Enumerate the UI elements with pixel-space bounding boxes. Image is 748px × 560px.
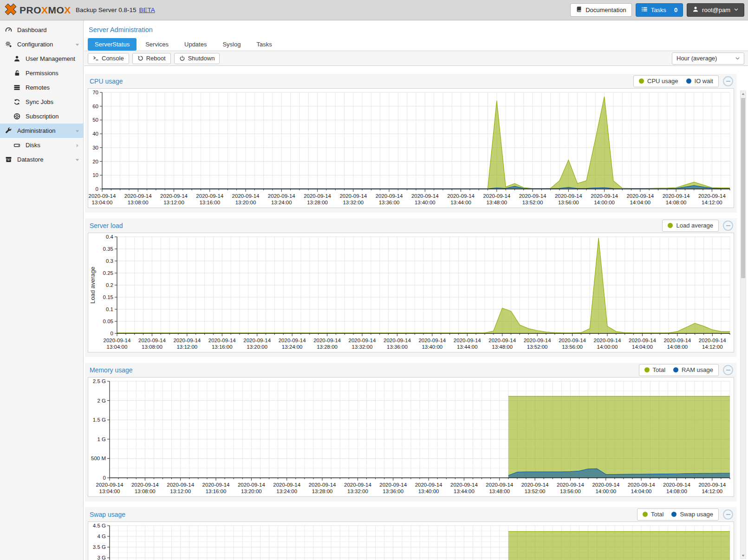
sidebar-item-datastore[interactable]: Datastore xyxy=(0,152,83,167)
server-load-chart-svg: 00.050.10.150.20.250.30.350.42020-09-141… xyxy=(88,233,734,351)
swap-usage-panel: Swap usageTotalSwap usage0500 M1 G1.5 G2… xyxy=(85,507,737,560)
svg-text:2020-09-14: 2020-09-14 xyxy=(167,482,194,488)
server-load-collapse-button[interactable] xyxy=(723,221,733,231)
svg-text:2020-09-14: 2020-09-14 xyxy=(663,193,690,199)
svg-text:3.5 G: 3.5 G xyxy=(93,544,106,550)
svg-text:2020-09-14: 2020-09-14 xyxy=(559,338,586,343)
svg-text:14:00:00: 14:00:00 xyxy=(595,488,616,494)
svg-text:13:52:00: 13:52:00 xyxy=(522,200,543,205)
svg-text:13:36:00: 13:36:00 xyxy=(387,344,408,350)
svg-text:2020-09-14: 2020-09-14 xyxy=(699,338,726,343)
swap-usage-chart-svg: 0500 M1 G1.5 G2 G2.5 G3 G3.5 G4 G4.5 G20… xyxy=(88,522,734,560)
expander-down-icon[interactable] xyxy=(75,42,80,49)
legend-item-total[interactable]: Total xyxy=(644,366,665,373)
scroll-down-arrow[interactable] xyxy=(741,553,746,559)
tab-services[interactable]: Services xyxy=(138,38,176,51)
sidebar-item-dashboard[interactable]: Dashboard xyxy=(0,23,83,37)
reboot-icon xyxy=(137,55,143,61)
svg-text:14:12:00: 14:12:00 xyxy=(702,200,722,205)
svg-text:50: 50 xyxy=(92,117,98,123)
svg-text:2020-09-14: 2020-09-14 xyxy=(663,338,691,343)
svg-text:13:16:00: 13:16:00 xyxy=(206,488,227,494)
svg-text:2020-09-14: 2020-09-14 xyxy=(483,193,510,199)
svg-text:2020-09-14: 2020-09-14 xyxy=(344,482,371,488)
hdd-icon xyxy=(13,142,21,149)
time-range-select[interactable]: Hour (average) xyxy=(672,52,744,65)
datastore-icon xyxy=(5,156,13,163)
chevron-down-icon xyxy=(734,7,739,13)
memory-usage-collapse-button[interactable] xyxy=(723,365,733,375)
server-load-panel-header: Server loadLoad average xyxy=(85,218,737,233)
svg-text:2020-09-14: 2020-09-14 xyxy=(173,338,201,343)
green-series-dot-icon xyxy=(639,78,644,84)
svg-text:2020-09-14: 2020-09-14 xyxy=(592,482,619,488)
sidebar-item-user-management[interactable]: User Management xyxy=(0,52,83,66)
expander-down-icon[interactable] xyxy=(75,157,80,164)
svg-text:2020-09-14: 2020-09-14 xyxy=(138,338,166,343)
user-menu-button[interactable]: root@pam xyxy=(687,3,744,17)
beta-link[interactable]: BETA xyxy=(139,7,155,13)
legend-item-ram-usage[interactable]: RAM usage xyxy=(673,366,713,373)
svg-text:13:16:00: 13:16:00 xyxy=(212,344,233,350)
sidebar-item-configuration[interactable]: Configuration xyxy=(0,37,83,52)
svg-text:14:00:00: 14:00:00 xyxy=(594,200,615,205)
svg-text:500 M: 500 M xyxy=(91,456,106,461)
shutdown-button[interactable]: Shutdown xyxy=(174,53,220,64)
sidebar-item-disks[interactable]: Disks xyxy=(0,138,83,152)
sidebar-item-subscription[interactable]: Subscription xyxy=(0,109,83,124)
svg-text:13:08:00: 13:08:00 xyxy=(135,488,156,494)
vertical-scrollbar[interactable] xyxy=(740,91,746,559)
life-ring-icon xyxy=(13,113,21,120)
svg-text:13:52:00: 13:52:00 xyxy=(527,344,548,350)
svg-text:0.35: 0.35 xyxy=(103,246,113,252)
tasks-button[interactable]: Tasks 0 xyxy=(636,3,683,17)
svg-text:4.5 G: 4.5 G xyxy=(93,523,106,528)
svg-text:13:40:00: 13:40:00 xyxy=(415,200,436,205)
legend-item-cpu-usage[interactable]: CPU usage xyxy=(639,78,678,85)
cpu-usage-collapse-button[interactable] xyxy=(723,76,733,86)
legend-item-io-wait[interactable]: IO wait xyxy=(686,78,713,85)
tab-syslog[interactable]: Syslog xyxy=(215,38,247,51)
tab-tasks[interactable]: Tasks xyxy=(249,38,279,51)
svg-text:13:32:00: 13:32:00 xyxy=(347,488,368,494)
svg-text:2020-09-14: 2020-09-14 xyxy=(313,338,341,343)
svg-text:2020-09-14: 2020-09-14 xyxy=(626,193,654,199)
terminal-icon xyxy=(93,55,99,61)
svg-text:0: 0 xyxy=(111,331,113,336)
legend-item-total[interactable]: Total xyxy=(643,511,663,518)
console-button[interactable]: Console xyxy=(88,53,129,64)
sidebar-item-remotes[interactable]: Remotes xyxy=(0,80,83,95)
user-icon xyxy=(692,6,699,14)
chevron-down-icon xyxy=(735,55,741,61)
svg-text:2020-09-14: 2020-09-14 xyxy=(594,338,621,343)
cpu-usage-panel-header: CPU usageCPU usageIO wait xyxy=(85,74,737,88)
sidebar-item-administration[interactable]: Administration xyxy=(0,124,83,138)
sync-icon xyxy=(13,98,21,105)
sidebar-item-permissions[interactable]: Permissions xyxy=(0,66,83,80)
svg-text:13:36:00: 13:36:00 xyxy=(383,488,403,494)
scroll-up-arrow[interactable] xyxy=(741,91,746,97)
reboot-button[interactable]: Reboot xyxy=(132,53,171,64)
swap-usage-chart: 0500 M1 G1.5 G2 G2.5 G3 G3.5 G4 G4.5 G20… xyxy=(88,521,734,560)
green-series-dot-icon xyxy=(668,223,673,228)
swap-usage-collapse-button[interactable] xyxy=(723,509,733,520)
svg-text:2020-09-14: 2020-09-14 xyxy=(524,338,551,343)
cpu-usage-chart: 0102030405060702020-09-1413:04:002020-09… xyxy=(88,88,734,208)
svg-text:13:04:00: 13:04:00 xyxy=(99,488,120,494)
scrollbar-thumb[interactable] xyxy=(741,98,745,278)
tab-serverstatus[interactable]: ServerStatus xyxy=(88,38,137,51)
legend-item-load-average[interactable]: Load average xyxy=(668,222,713,229)
expander-down-icon[interactable] xyxy=(75,128,80,135)
tab-updates[interactable]: Updates xyxy=(177,38,214,51)
documentation-button[interactable]: Documentation xyxy=(570,3,631,17)
svg-text:2020-09-14: 2020-09-14 xyxy=(349,338,376,343)
svg-text:1 G: 1 G xyxy=(97,436,106,442)
sidebar-item-sync-jobs[interactable]: Sync Jobs xyxy=(0,95,83,109)
legend-item-swap-usage[interactable]: Swap usage xyxy=(671,511,713,518)
svg-text:13:52:00: 13:52:00 xyxy=(525,488,546,494)
svg-text:13:12:00: 13:12:00 xyxy=(176,344,197,350)
svg-text:13:36:00: 13:36:00 xyxy=(379,200,400,205)
expander-right-icon[interactable] xyxy=(75,143,80,150)
svg-text:13:28:00: 13:28:00 xyxy=(307,200,328,205)
svg-text:13:40:00: 13:40:00 xyxy=(422,344,442,350)
